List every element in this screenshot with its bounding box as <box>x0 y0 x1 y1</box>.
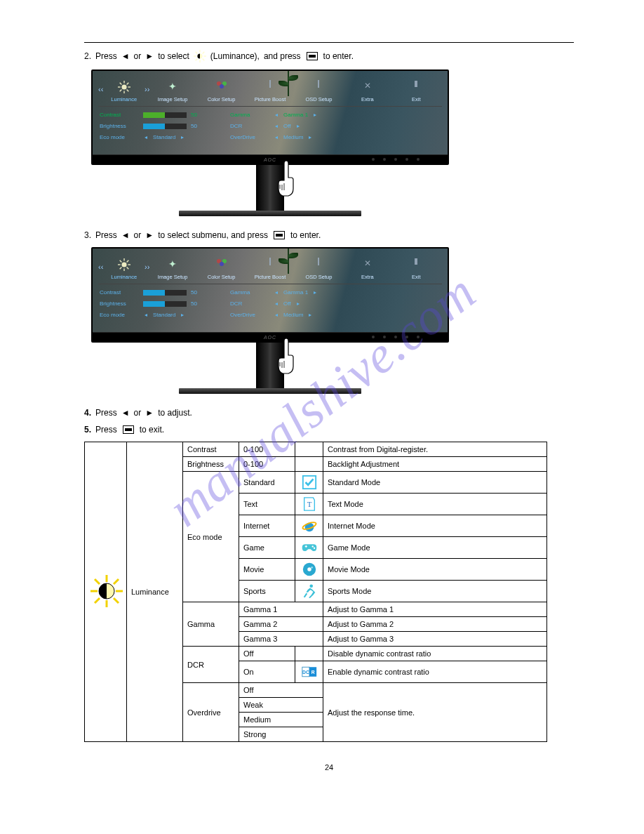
text-icon: T <box>302 496 317 512</box>
table-row: Luminance Contrast 0-100 Contrast from D… <box>85 442 547 457</box>
tab-picture-boost[interactable]: Picture Boost <box>246 258 294 280</box>
top-rule <box>84 42 574 43</box>
right-arrow: ► <box>145 51 154 61</box>
tab-exit[interactable]: Exit <box>392 258 441 280</box>
svg-line-39 <box>95 598 100 603</box>
tab-picture-boost[interactable]: Picture Boost <box>246 81 294 102</box>
svg-line-27 <box>126 267 128 270</box>
setting-dcr[interactable]: DCR◂Off▸ <box>230 300 318 307</box>
setting-brightness[interactable]: Brightness50 <box>100 123 202 129</box>
svg-point-50 <box>311 567 313 569</box>
svg-line-37 <box>95 579 100 584</box>
setting-overdrive[interactable]: OverDrive◂Medium▸ <box>230 134 318 140</box>
setting-contrast[interactable]: Contrast50 <box>100 289 202 296</box>
right-arrow: ► <box>145 230 154 240</box>
menu-button-icon <box>274 231 285 239</box>
svg-text:DC: DC <box>302 670 309 675</box>
step-2: 2. Press ◄ or ► to select (Luminance), a… <box>84 50 574 62</box>
svg-line-14 <box>119 83 121 85</box>
monitor-screenshot-1: ‹‹›› Luminance ✦Image Setup Color Setup … <box>91 70 449 216</box>
svg-line-16 <box>119 90 121 92</box>
tab-image-setup[interactable]: ✦Image Setup <box>148 258 196 280</box>
svg-line-26 <box>119 260 121 263</box>
tab-luminance[interactable]: ‹‹›› Luminance <box>100 258 148 280</box>
step-4: 4. Press ◄ or ► to adjust. <box>84 408 574 418</box>
svg-point-46 <box>311 545 313 547</box>
tab-osd-setup[interactable]: OSD Setup <box>295 81 343 102</box>
sports-icon <box>302 583 317 599</box>
svg-line-40 <box>114 579 119 584</box>
internet-icon <box>302 518 317 534</box>
dcr-icon: DCR <box>302 664 317 680</box>
setting-contrast[interactable]: Contrast50 <box>100 112 202 118</box>
setting-eco[interactable]: Eco mode◂Standard▸ <box>100 134 202 140</box>
menu-button-icon <box>307 52 318 60</box>
tab-exit[interactable]: Exit <box>392 81 441 102</box>
tab-color-setup[interactable]: Color Setup <box>197 81 246 102</box>
luminance-table: Luminance Contrast 0-100 Contrast from D… <box>84 442 574 742</box>
svg-line-28 <box>119 267 121 270</box>
svg-text:R: R <box>311 670 314 675</box>
svg-line-5 <box>196 52 198 54</box>
setting-gamma[interactable]: Gamma◂Gamma 1▸ <box>230 289 318 296</box>
svg-line-15 <box>126 90 128 92</box>
luminance-icon <box>194 50 206 62</box>
step-3: 3. Press ◄ or ► to select submenu, and p… <box>84 230 574 240</box>
svg-line-7 <box>196 59 198 61</box>
svg-line-17 <box>126 83 128 85</box>
left-arrow: ◄ <box>121 408 130 418</box>
tab-image-setup[interactable]: ✦Image Setup <box>148 81 196 102</box>
svg-line-8 <box>202 52 204 54</box>
step-num: 2. <box>84 51 91 61</box>
group-name: Luminance <box>127 442 183 742</box>
step-5: 5. Press to exit. <box>84 425 574 435</box>
svg-line-29 <box>126 260 128 263</box>
svg-point-9 <box>121 84 126 89</box>
svg-line-6 <box>202 59 204 61</box>
setting-eco[interactable]: Eco mode◂Standard▸ <box>100 312 202 318</box>
luminance-icon <box>89 574 124 609</box>
tab-osd-setup[interactable]: OSD Setup <box>295 258 343 280</box>
svg-point-20 <box>220 84 224 88</box>
step-num: 3. <box>84 230 91 240</box>
svg-point-32 <box>220 262 224 266</box>
svg-point-49 <box>307 567 311 571</box>
tab-extra[interactable]: ✕Extra <box>343 258 391 280</box>
osd-settings: Contrast50 Brightness50 Eco mode◂Standar… <box>100 289 441 318</box>
setting-brightness[interactable]: Brightness50 <box>100 300 202 307</box>
setting-dcr[interactable]: DCR◂Off▸ <box>230 123 318 129</box>
svg-point-47 <box>313 548 314 549</box>
check-icon <box>302 475 317 490</box>
svg-point-51 <box>309 584 313 588</box>
game-icon <box>302 540 317 555</box>
right-arrow: ► <box>145 408 154 418</box>
left-arrow: ◄ <box>121 51 130 61</box>
tab-luminance[interactable]: ‹‹›› Luminance <box>100 81 148 102</box>
setting-overdrive[interactable]: OverDrive◂Medium▸ <box>230 312 318 318</box>
osd-settings: Contrast50 Brightness50 Eco mode◂Standar… <box>100 112 441 140</box>
manual-page: 2. Press ◄ or ► to select (Luminance), a… <box>0 0 644 800</box>
monitor-screenshot-2: ‹‹›› Luminance ✦Image Setup Color Setup … <box>91 247 449 394</box>
left-arrow: ◄ <box>121 230 130 240</box>
movie-icon <box>302 562 317 577</box>
svg-point-21 <box>121 262 126 267</box>
setting-gamma[interactable]: Gamma◂Gamma 1▸ <box>230 112 318 118</box>
svg-text:T: T <box>307 500 311 508</box>
auto-button-icon <box>123 425 134 434</box>
pointing-hand-icon <box>274 161 297 201</box>
svg-line-38 <box>114 598 119 603</box>
osd-tabs: ‹‹›› Luminance ✦Image Setup Color Setup … <box>93 258 448 280</box>
osd-tabs: ‹‹›› Luminance ✦Image Setup Color Setup … <box>93 81 448 102</box>
tab-color-setup[interactable]: Color Setup <box>197 258 246 280</box>
page-number: 24 <box>84 763 574 772</box>
pointing-hand-icon <box>274 338 297 379</box>
tab-extra[interactable]: ✕Extra <box>343 81 391 102</box>
